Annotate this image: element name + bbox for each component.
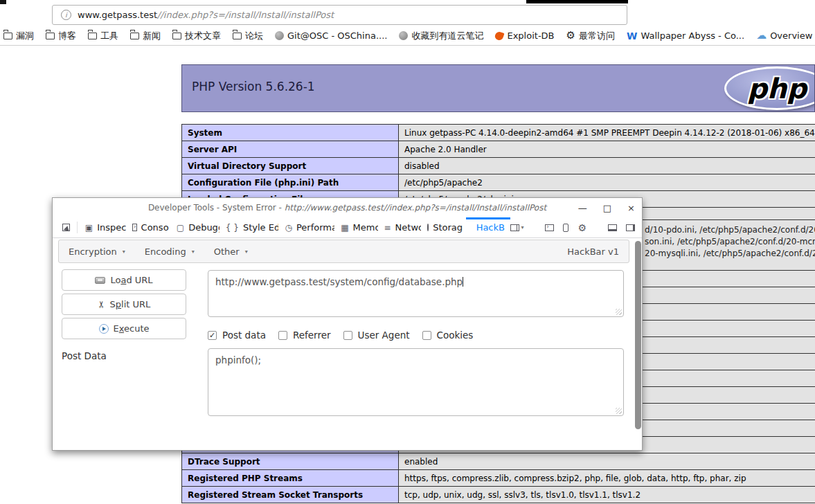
bookmark-folder[interactable]: 博客	[46, 30, 76, 42]
load-url-icon	[95, 277, 105, 284]
tab-debugger[interactable]: ▢Debugg	[170, 217, 220, 237]
row-value: https, ftps, compress.zlib, compress.bzi…	[399, 470, 815, 486]
bookmark-folder[interactable]: 技术文章	[172, 30, 221, 42]
wallpaper-w-icon: W	[627, 31, 637, 41]
bookmark-label: Overview - Console	[770, 30, 815, 41]
tab-console[interactable]: ›Conso	[126, 217, 170, 237]
settings-gear-icon[interactable]: ⚙	[577, 223, 586, 233]
dock-side-icon[interactable]	[626, 224, 635, 231]
globe-icon	[275, 31, 284, 40]
row-value: Apache 2.0 Handler	[399, 141, 815, 157]
bookmark-link[interactable]: ⚙最常访问	[566, 30, 615, 42]
row-value: Linux getpass-PC 4.14.0-deepin2-amd64 #1…	[399, 125, 815, 141]
bookmark-label: Git@OSC - OSChina....	[287, 30, 387, 41]
tab-memory[interactable]: ▦Memo	[334, 217, 377, 237]
row-label: Registered PHP Streams	[182, 470, 399, 486]
address-bar[interactable]: i www.getpass.test//index.php?s=/install…	[52, 5, 627, 25]
bookmark-folder[interactable]: 漏洞	[3, 30, 34, 42]
pick-element-button[interactable]	[57, 217, 75, 237]
bookmark-folder[interactable]: 论坛	[233, 30, 263, 42]
row-label: Virtual Directory Support	[182, 158, 399, 174]
performance-icon: ◷	[285, 224, 292, 232]
tab-style-editor[interactable]: { }Style Edit	[220, 217, 279, 237]
referrer-checkbox[interactable]	[278, 331, 287, 340]
checkbox-label: Cookies	[437, 330, 474, 341]
row-label: DTrace Support	[182, 453, 399, 469]
exploit-db-icon	[494, 30, 505, 41]
resize-grip[interactable]	[616, 309, 622, 315]
bookmark-label: 最常访问	[579, 30, 615, 42]
bookmark-link[interactable]: 收藏到有道云笔记	[399, 30, 483, 42]
table-row: Registered PHP Streamshttps, ftps, compr…	[182, 470, 815, 487]
row-label: Server API	[182, 141, 399, 157]
bookmark-link[interactable]: WWallpaper Abyss - Co...	[627, 30, 744, 41]
scrollbar-thumb[interactable]	[635, 241, 641, 429]
resize-grip[interactable]	[616, 408, 622, 414]
storage-icon	[427, 224, 429, 231]
tab-network[interactable]: ≡Netwo	[378, 217, 422, 237]
post-data-checkbox[interactable]	[208, 331, 217, 340]
bookmark-label: 新闻	[143, 30, 161, 42]
text-cursor	[463, 277, 463, 287]
hackbar-version: HackBar v1	[567, 246, 619, 257]
close-icon[interactable]: ×	[627, 203, 635, 213]
bookmark-label: 漏洞	[16, 30, 34, 42]
tab-storage[interactable]: Storag	[421, 217, 465, 237]
bookmark-folder[interactable]: 工具	[88, 30, 118, 42]
bookmark-label: 工具	[100, 30, 118, 42]
bookmark-label: 技术文章	[185, 30, 221, 42]
bookmark-link[interactable]: Git@OSC - OSChina....	[275, 30, 387, 41]
minimize-icon[interactable]: —	[578, 203, 587, 213]
chevron-down-icon: ▾	[521, 224, 523, 231]
hackbar-toolbar: Encryption▾ Encoding▾ Other▾ HackBar v1	[58, 240, 629, 263]
post-data-input[interactable]: phpinfo();	[208, 348, 624, 416]
console-icon: ›	[132, 224, 137, 231]
bookmark-label: 论坛	[245, 30, 263, 42]
post-data-label: Post Data	[62, 350, 107, 361]
execute-button[interactable]: Execute	[62, 318, 186, 339]
tab-hackbar[interactable]: HackB	[466, 217, 511, 237]
device-icon[interactable]	[563, 224, 568, 232]
devtools-titlebar[interactable]: Developer Tools - System Error - http://…	[53, 198, 642, 217]
folder-icon	[130, 33, 139, 39]
play-icon	[99, 324, 109, 334]
bookmarks-bar: 漏洞 博客 工具 新闻 技术文章 论坛 Git@OSC - OSChina...…	[0, 26, 815, 46]
cookies-checkbox[interactable]	[422, 331, 431, 340]
network-icon: ≡	[384, 224, 391, 232]
devtools-title: Developer Tools - System Error - http://…	[148, 203, 546, 213]
encryption-menu[interactable]: Encryption▾	[69, 246, 125, 257]
scissors-icon: ✂	[97, 300, 106, 308]
tab-performance[interactable]: ◷Performar	[278, 217, 334, 237]
bookmark-folder[interactable]: 新闻	[130, 30, 161, 42]
row-value: /etc/php5/apache2	[399, 174, 815, 190]
row-label: Registered Stream Socket Transports	[182, 487, 399, 503]
table-row: Virtual Directory Supportdisabled	[182, 158, 815, 174]
devtools-title-url: http://www.getpass.test//index.php?s=/in…	[285, 203, 546, 213]
globe-icon	[399, 31, 408, 40]
ini-line: d/10-pdo.ini, /etc/php5/apache2/conf.d/2…	[645, 224, 815, 236]
site-info-icon[interactable]: i	[61, 10, 71, 20]
chevron-down-icon: ▾	[123, 249, 125, 255]
url-input[interactable]: http://www.getpass.test/system/config/da…	[208, 270, 624, 317]
other-menu[interactable]: Other▾	[214, 246, 248, 257]
request-option-checkboxes: Post data Referrer User Agent Cookies	[208, 330, 480, 341]
row-value: disabled	[399, 158, 815, 174]
folder-icon	[88, 33, 97, 39]
divider	[77, 222, 78, 233]
responsive-design-button[interactable]: ▾	[510, 224, 523, 231]
split-console-icon[interactable]: ›	[545, 224, 554, 231]
encoding-menu[interactable]: Encoding▾	[145, 246, 195, 257]
bookmark-link[interactable]: Exploit-DB	[495, 30, 554, 41]
inspector-icon: ▣	[85, 224, 93, 232]
tab-inspector[interactable]: ▣Inspect	[79, 217, 126, 237]
url-path: //index.php?s=/install/Install/installPo…	[157, 10, 334, 20]
bookmark-label: Wallpaper Abyss - Co...	[641, 30, 744, 41]
table-row: Server APIApache 2.0 Handler	[182, 141, 815, 158]
user-agent-checkbox[interactable]	[343, 331, 352, 340]
split-url-button[interactable]: ✂ Split URL	[62, 294, 186, 315]
maximize-icon[interactable]: □	[603, 203, 611, 213]
load-url-button[interactable]: Load URL	[62, 269, 186, 291]
dock-bottom-icon[interactable]	[608, 224, 617, 231]
row-value: tcp, udp, unix, udg, ssl, sslv3, tls, tl…	[399, 487, 815, 503]
bookmark-link[interactable]: ☁Overview - Console	[756, 30, 815, 41]
